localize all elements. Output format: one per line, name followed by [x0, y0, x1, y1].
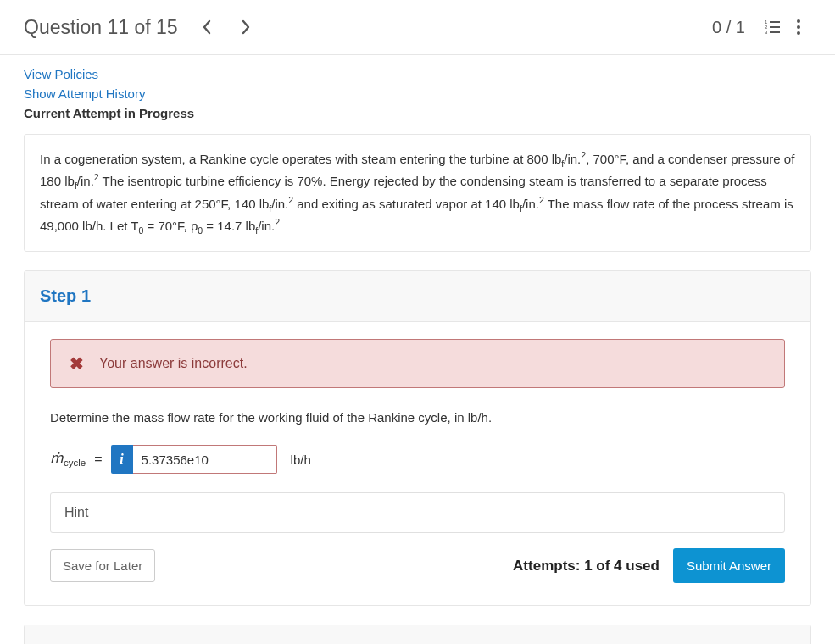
score-display: 0 / 1 — [712, 18, 745, 37]
step-1-card: Step 1 ✖ Your answer is incorrect. Deter… — [24, 270, 811, 606]
variable-label: ṁcycle — [50, 450, 86, 468]
next-question-button[interactable] — [231, 12, 261, 42]
answer-input[interactable] — [133, 445, 277, 474]
svg-rect-1 — [770, 21, 780, 23]
svg-rect-5 — [770, 31, 780, 33]
step-1-title: Step 1 — [40, 286, 91, 305]
question-header: Question 11 of 15 0 / 1 1 2 3 — [0, 0, 835, 55]
prev-question-button[interactable] — [192, 12, 222, 42]
error-x-icon: ✖ — [70, 355, 84, 372]
svg-point-8 — [797, 31, 800, 35]
unit-label: lb/h — [291, 452, 311, 467]
svg-point-6 — [797, 19, 800, 23]
error-message: Your answer is incorrect. — [99, 356, 248, 371]
save-for-later-button[interactable]: Save for Later — [50, 549, 155, 582]
hint-toggle[interactable]: Hint — [50, 492, 785, 533]
attempt-history-link[interactable]: Show Attempt History — [24, 86, 145, 101]
step-2-card: Step 2 The parts of this question must b… — [24, 625, 811, 644]
answer-row: ṁcycle = i lb/h — [50, 445, 785, 474]
list-icon: 1 2 3 — [765, 19, 782, 35]
svg-text:3: 3 — [765, 30, 768, 35]
view-policies-link[interactable]: View Policies — [24, 67, 98, 81]
svg-point-7 — [797, 25, 800, 29]
step-2-header: Step 2 The parts of this question must b… — [25, 625, 810, 644]
error-banner: ✖ Your answer is incorrect. — [50, 339, 785, 388]
step-1-prompt: Determine the mass flow rate for the wor… — [50, 410, 785, 425]
chevron-left-icon — [202, 19, 212, 35]
more-options-button[interactable] — [786, 14, 811, 40]
attempt-status: Current Attempt in Progress — [24, 106, 811, 120]
kebab-icon — [796, 19, 801, 36]
submit-answer-button[interactable]: Submit Answer — [673, 548, 785, 583]
question-title: Question 11 of 15 — [24, 16, 178, 39]
step-2-title: Step 2 — [40, 641, 795, 644]
attempts-counter: Attempts: 1 of 4 used — [513, 558, 660, 575]
problem-statement: In a cogeneration system, a Rankine cycl… — [24, 134, 811, 252]
info-button[interactable]: i — [111, 445, 133, 474]
equals-sign: = — [94, 452, 102, 467]
chevron-right-icon — [241, 19, 251, 35]
question-list-button[interactable]: 1 2 3 — [760, 14, 786, 40]
svg-rect-3 — [770, 26, 780, 28]
step-1-header[interactable]: Step 1 — [25, 271, 810, 322]
